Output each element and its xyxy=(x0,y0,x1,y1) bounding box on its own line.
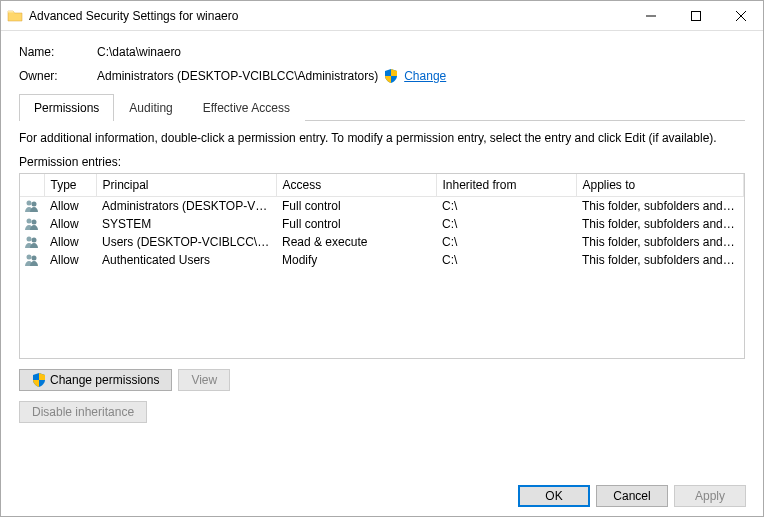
svg-point-4 xyxy=(27,201,32,206)
svg-point-10 xyxy=(27,255,32,260)
col-principal[interactable]: Principal xyxy=(96,174,276,197)
cell-principal: Administrators (DESKTOP-VCI... xyxy=(96,197,276,216)
cell-principal: Authenticated Users xyxy=(96,251,276,269)
cell-applies: This folder, subfolders and files xyxy=(576,251,744,269)
titlebar: Advanced Security Settings for winaero xyxy=(1,1,763,31)
dialog-button-row: OK Cancel Apply xyxy=(518,485,746,507)
cell-principal: Users (DESKTOP-VCIBLCC\Us... xyxy=(96,233,276,251)
minimize-button[interactable] xyxy=(628,1,673,30)
table-header-row: Type Principal Access Inherited from App… xyxy=(20,174,744,197)
maximize-button[interactable] xyxy=(673,1,718,30)
group-icon xyxy=(20,251,44,269)
change-permissions-label: Change permissions xyxy=(50,373,159,387)
shield-icon xyxy=(32,373,46,387)
cell-inherited: C:\ xyxy=(436,233,576,251)
col-access[interactable]: Access xyxy=(276,174,436,197)
apply-button[interactable]: Apply xyxy=(674,485,746,507)
col-type[interactable]: Type xyxy=(44,174,96,197)
ok-button[interactable]: OK xyxy=(518,485,590,507)
group-icon xyxy=(20,197,44,216)
permission-table: Type Principal Access Inherited from App… xyxy=(19,173,745,359)
svg-point-8 xyxy=(27,237,32,242)
col-icon[interactable] xyxy=(20,174,44,197)
svg-rect-1 xyxy=(691,11,700,20)
cell-applies: This folder, subfolders and files xyxy=(576,197,744,216)
cell-applies: This folder, subfolders and files xyxy=(576,215,744,233)
owner-value: Administrators (DESKTOP-VCIBLCC\Administ… xyxy=(97,69,378,83)
svg-point-9 xyxy=(32,238,37,243)
permission-entries-label: Permission entries: xyxy=(19,155,745,169)
disable-inheritance-button[interactable]: Disable inheritance xyxy=(19,401,147,423)
cell-type: Allow xyxy=(44,233,96,251)
svg-point-7 xyxy=(32,220,37,225)
table-row[interactable]: AllowAuthenticated UsersModifyC:\This fo… xyxy=(20,251,744,269)
cell-type: Allow xyxy=(44,251,96,269)
group-icon xyxy=(20,233,44,251)
tab-auditing[interactable]: Auditing xyxy=(114,94,187,121)
tabstrip: Permissions Auditing Effective Access xyxy=(19,93,745,121)
col-inherited[interactable]: Inherited from xyxy=(436,174,576,197)
cell-inherited: C:\ xyxy=(436,251,576,269)
table-row[interactable]: AllowUsers (DESKTOP-VCIBLCC\Us...Read & … xyxy=(20,233,744,251)
table-row[interactable]: AllowAdministrators (DESKTOP-VCI...Full … xyxy=(20,197,744,216)
cancel-button[interactable]: Cancel xyxy=(596,485,668,507)
cell-inherited: C:\ xyxy=(436,197,576,216)
folder-icon xyxy=(7,8,23,24)
owner-label: Owner: xyxy=(19,69,97,83)
close-button[interactable] xyxy=(718,1,763,30)
cell-applies: This folder, subfolders and files xyxy=(576,233,744,251)
change-owner-link[interactable]: Change xyxy=(404,69,446,83)
change-permissions-button[interactable]: Change permissions xyxy=(19,369,172,391)
shield-icon xyxy=(384,69,398,83)
dialog-content: Name: C:\data\winaero Owner: Administrat… xyxy=(1,31,763,431)
svg-point-11 xyxy=(32,256,37,261)
cell-access: Full control xyxy=(276,215,436,233)
cell-access: Full control xyxy=(276,197,436,216)
cell-principal: SYSTEM xyxy=(96,215,276,233)
cell-type: Allow xyxy=(44,215,96,233)
cell-type: Allow xyxy=(44,197,96,216)
window-title: Advanced Security Settings for winaero xyxy=(29,9,628,23)
cell-access: Modify xyxy=(276,251,436,269)
tab-effective-access[interactable]: Effective Access xyxy=(188,94,305,121)
group-icon xyxy=(20,215,44,233)
name-label: Name: xyxy=(19,45,97,59)
tab-permissions[interactable]: Permissions xyxy=(19,94,114,121)
svg-point-5 xyxy=(32,202,37,207)
cell-inherited: C:\ xyxy=(436,215,576,233)
svg-point-6 xyxy=(27,219,32,224)
col-applies[interactable]: Applies to xyxy=(576,174,744,197)
cell-access: Read & execute xyxy=(276,233,436,251)
view-button[interactable]: View xyxy=(178,369,230,391)
info-text: For additional information, double-click… xyxy=(19,131,745,145)
name-value: C:\data\winaero xyxy=(97,45,181,59)
table-row[interactable]: AllowSYSTEMFull controlC:\This folder, s… xyxy=(20,215,744,233)
